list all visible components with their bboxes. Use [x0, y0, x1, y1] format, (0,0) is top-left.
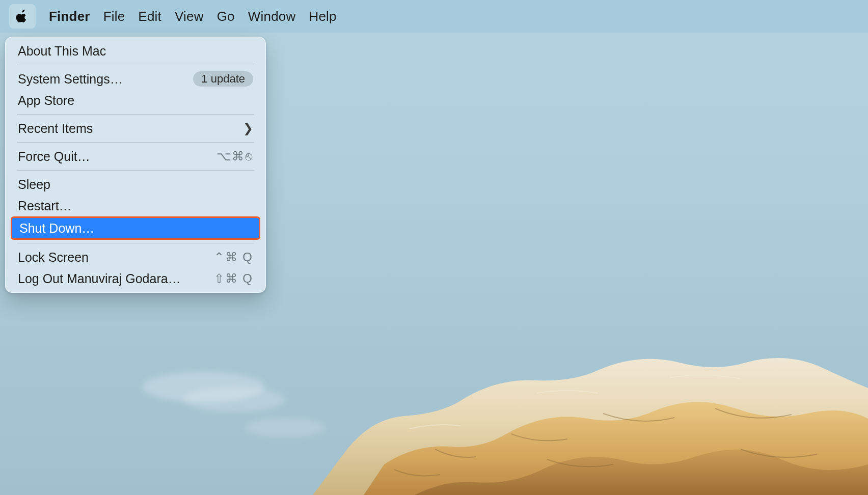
menu-item-system-settings[interactable]: System Settings… 1 update: [11, 68, 260, 90]
menu-item-label: Force Quit…: [18, 149, 90, 164]
menu-separator: [17, 142, 254, 143]
desktop-wallpaper-rocks: [0, 281, 868, 495]
menu-item-recent-items[interactable]: Recent Items ❯: [11, 118, 260, 139]
menu-item-label: Recent Items: [18, 121, 93, 136]
menu-separator: [17, 114, 254, 115]
chevron-right-icon: ❯: [243, 121, 253, 135]
menu-item-lock-screen[interactable]: Lock Screen ⌃⌘ Q: [11, 246, 260, 268]
menubar-item-go[interactable]: Go: [217, 9, 235, 24]
menu-separator: [17, 170, 254, 171]
menu-separator: [17, 243, 254, 243]
menu-item-shut-down[interactable]: Shut Down…: [11, 216, 260, 240]
menubar-item-window[interactable]: Window: [248, 9, 296, 24]
menu-item-force-quit[interactable]: Force Quit… ⌥⌘⎋: [11, 146, 260, 167]
menu-item-about-this-mac[interactable]: About This Mac: [11, 40, 260, 62]
apple-menu-button[interactable]: [9, 4, 36, 29]
menu-item-label: App Store: [18, 93, 74, 108]
menu-item-label: Restart…: [18, 199, 72, 213]
menu-item-log-out[interactable]: Log Out Manuviraj Godara… ⇧⌘ Q: [11, 268, 260, 289]
cloud-decoration: [183, 387, 285, 413]
menu-item-app-store[interactable]: App Store: [11, 90, 260, 111]
apple-logo-icon: [15, 9, 30, 24]
menu-item-label: Sleep: [18, 177, 50, 192]
update-badge: 1 update: [193, 71, 253, 87]
menu-item-restart[interactable]: Restart…: [11, 195, 260, 216]
menu-bar: Finder File Edit View Go Window Help: [0, 0, 868, 33]
menubar-item-edit[interactable]: Edit: [138, 9, 161, 24]
menu-item-label: Shut Down…: [19, 221, 94, 236]
menubar-app-name[interactable]: Finder: [49, 9, 90, 24]
menu-item-sleep[interactable]: Sleep: [11, 174, 260, 195]
keyboard-shortcut: ⌥⌘⎋: [216, 149, 253, 163]
apple-menu-dropdown: About This Mac System Settings… 1 update…: [5, 37, 266, 293]
menu-item-label: Lock Screen: [18, 250, 89, 265]
menu-separator: [17, 65, 254, 65]
keyboard-shortcut: ⌃⌘ Q: [214, 250, 253, 264]
menubar-item-view[interactable]: View: [175, 9, 204, 24]
menu-item-label: Log Out Manuviraj Godara…: [18, 271, 181, 286]
keyboard-shortcut: ⇧⌘ Q: [214, 271, 253, 286]
menubar-item-help[interactable]: Help: [309, 9, 336, 24]
cloud-decoration: [245, 418, 326, 438]
menu-item-label: System Settings…: [18, 72, 123, 87]
menu-item-label: About This Mac: [18, 44, 106, 59]
menubar-item-file[interactable]: File: [103, 9, 125, 24]
